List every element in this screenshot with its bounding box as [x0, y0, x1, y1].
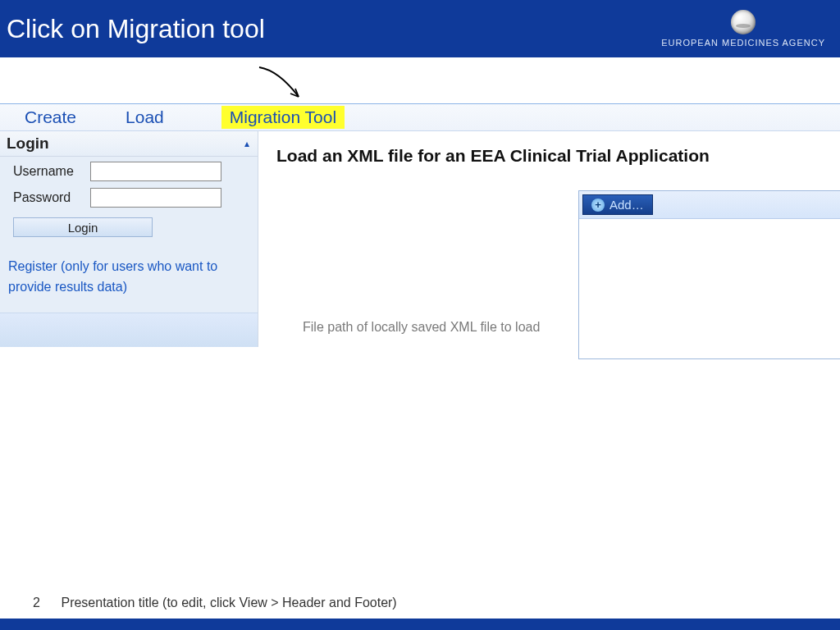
password-input[interactable]	[90, 188, 221, 208]
slide-header: Click on Migration tool EUROPEAN MEDICIN…	[0, 0, 840, 57]
agency-logo-icon	[731, 10, 756, 34]
file-list-area	[579, 219, 840, 358]
slide-title: Click on Migration tool	[7, 14, 265, 44]
username-row: Username	[0, 157, 258, 183]
login-panel-title: Login	[7, 135, 49, 153]
annotation-arrow-icon	[254, 64, 312, 105]
username-input[interactable]	[90, 162, 221, 181]
password-label: Password	[13, 190, 82, 205]
menu-create[interactable]: Create	[0, 107, 101, 127]
slide-footer: 2 Presentation title (to edit, click Vie…	[0, 596, 840, 630]
agency-brand: EUROPEAN MEDICINES AGENCY	[661, 10, 825, 48]
username-label: Username	[13, 164, 82, 179]
add-file-label: Add…	[609, 198, 644, 212]
password-row: Password	[0, 183, 258, 209]
main-heading: Load an XML file for an EEA Clinical Tri…	[276, 146, 832, 166]
file-box-toolbar: + Add…	[579, 191, 840, 219]
collapse-caret-icon: ▴	[244, 138, 249, 149]
sidebar-footer-bar	[0, 313, 258, 347]
login-button-wrap: Login	[0, 209, 258, 242]
login-panel: Login ▴ Username Password Login Register…	[0, 131, 258, 347]
login-panel-header[interactable]: Login ▴	[0, 131, 258, 157]
file-upload-box: + Add…	[578, 190, 840, 359]
login-button[interactable]: Login	[13, 217, 153, 237]
agency-name: EUROPEAN MEDICINES AGENCY	[661, 38, 825, 48]
content-row: Login ▴ Username Password Login Register…	[0, 131, 840, 347]
app-window: Create Load Migration Tool Login ▴ Usern…	[0, 103, 840, 347]
menu-load[interactable]: Load	[101, 107, 189, 127]
footer-title: Presentation title (to edit, click View …	[61, 596, 396, 609]
file-path-label: File path of locally saved XML file to l…	[303, 320, 540, 335]
add-file-button[interactable]: + Add…	[582, 194, 653, 215]
footer-text: 2 Presentation title (to edit, click Vie…	[0, 596, 840, 619]
menubar: Create Load Migration Tool	[0, 103, 840, 131]
menu-migration-tool[interactable]: Migration Tool	[221, 106, 345, 129]
page-number: 2	[33, 596, 57, 610]
plus-icon: +	[591, 199, 605, 212]
register-link[interactable]: Register (only for users who want to pro…	[0, 242, 258, 313]
main-panel: Load an XML file for an EEA Clinical Tri…	[258, 131, 840, 174]
footer-accent-bar	[0, 619, 840, 630]
